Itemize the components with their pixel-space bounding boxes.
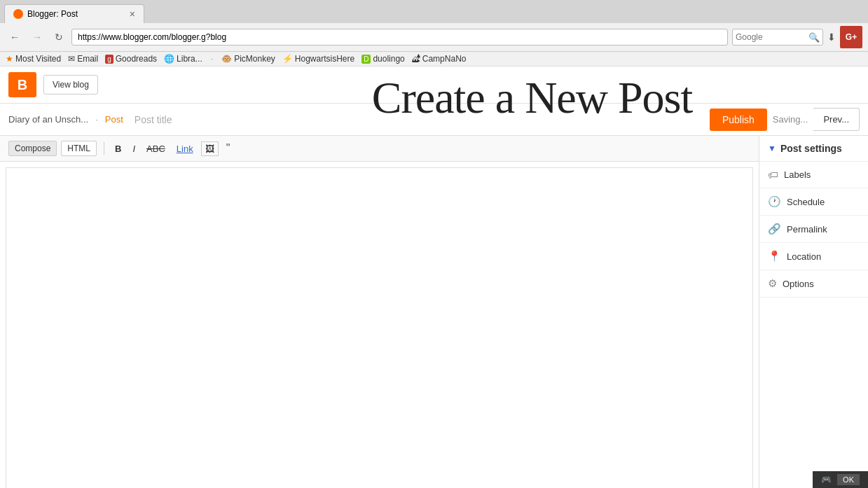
settings-labels-text: Labels (784, 169, 811, 180)
bottom-icon: 🎮 (821, 475, 832, 484)
bookmark-label: Most Visited (15, 54, 61, 64)
search-bar-container: 🔍 (732, 29, 823, 46)
search-input[interactable] (736, 32, 806, 42)
bookmark-label: Email (77, 54, 98, 64)
blogger-logo-button[interactable]: B (8, 72, 36, 97)
compose-button[interactable]: Compose (8, 141, 57, 156)
settings-labels[interactable]: 🏷 Labels (759, 162, 868, 188)
tab-favicon (13, 9, 23, 19)
goodreads-icon: g (105, 55, 113, 64)
forward-button[interactable]: → (28, 30, 46, 44)
blogger-app: Create a New Post B View blog Diary of a… (0, 67, 868, 488)
post-bar: Diary of an Unsch... · Post Publish Savi… (0, 104, 868, 136)
settings-location-text: Location (787, 251, 821, 262)
italic-button[interactable]: I (129, 141, 139, 156)
browser-tab-bar: Blogger: Post × (0, 0, 868, 23)
bookmark-label: CampNaNo (422, 54, 467, 64)
saving-status: Saving... (773, 114, 808, 125)
download-icon[interactable]: ⬇ (827, 32, 836, 43)
back-button[interactable]: ← (6, 30, 24, 44)
bookmarks-bar: ★ Most Visited ✉ Email g Goodreads 🌐 Lib… (0, 52, 868, 67)
settings-options[interactable]: ⚙ Options (759, 270, 868, 298)
settings-schedule-text: Schedule (787, 197, 825, 207)
settings-permalink[interactable]: 🔗 Permalink (759, 216, 868, 243)
settings-header-label: Post settings (780, 143, 842, 154)
bookmark-label: Libra... (177, 54, 202, 64)
bookmark-picmonkey[interactable]: 🐵 PicMonkey (221, 54, 275, 64)
bookmark-label: PicMonkey (234, 54, 275, 64)
bookmark-library[interactable]: 🌐 Libra... (164, 54, 202, 64)
settings-permalink-text: Permalink (787, 224, 827, 235)
bookmark-most-visited[interactable]: ★ Most Visited (6, 54, 61, 64)
blogger-logo-icon: B (18, 77, 27, 93)
email-icon: ✉ (68, 54, 75, 64)
view-blog-button[interactable]: View blog (43, 75, 98, 95)
ok-button[interactable]: OK (837, 474, 860, 485)
label-icon: 🏷 (768, 169, 778, 181)
browser-tab[interactable]: Blogger: Post × (4, 4, 144, 23)
hogwarts-icon: ⚡ (282, 54, 293, 64)
quote-button[interactable]: " (223, 140, 234, 157)
settings-options-text: Options (783, 279, 814, 289)
bookmark-label: HogwartsisHere (295, 54, 354, 64)
bookmark-label: duolingo (373, 54, 404, 64)
refresh-button[interactable]: ↻ (50, 30, 67, 44)
campnano-icon: 🏕 (412, 54, 420, 64)
tab-close-icon[interactable]: × (130, 8, 135, 20)
blogger-header: B View blog (0, 67, 868, 104)
schedule-icon: 🕐 (768, 195, 781, 208)
bookmark-campnano[interactable]: 🏕 CampNaNo (412, 54, 467, 64)
bookmark-separator: · (211, 54, 213, 64)
bookmark-email[interactable]: ✉ Email (68, 54, 98, 64)
post-label: Post (105, 114, 123, 125)
settings-schedule[interactable]: 🕐 Schedule (759, 188, 868, 216)
bookmark-duolingo[interactable]: D duolingo (361, 54, 405, 64)
link-button[interactable]: Link (173, 141, 197, 156)
bottom-bar: 🎮 OK (813, 471, 868, 488)
image-button[interactable]: 🖼 (201, 141, 219, 156)
post-title-input[interactable] (129, 111, 704, 128)
picmonkey-icon: 🐵 (221, 54, 232, 64)
editor-main: Compose HTML B I ABC Link 🖼 " (0, 136, 759, 488)
settings-arrow-icon: ▼ (768, 144, 776, 153)
editor-content[interactable] (6, 167, 753, 488)
strikethrough-button[interactable]: ABC (143, 141, 169, 156)
publish-button[interactable]: Publish (710, 109, 767, 131)
user-avatar: G+ (840, 26, 862, 48)
bookmark-hogwarts[interactable]: ⚡ HogwartsisHere (282, 54, 354, 64)
preview-button[interactable]: Prev... (813, 108, 860, 131)
editor-toolbar: Compose HTML B I ABC Link 🖼 " (0, 136, 759, 162)
location-icon: 📍 (768, 250, 781, 263)
html-button[interactable]: HTML (61, 141, 97, 156)
toolbar-separator (104, 142, 104, 155)
search-icon[interactable]: 🔍 (808, 32, 820, 43)
settings-header: ▼ Post settings (759, 136, 868, 162)
duolingo-icon: D (361, 55, 371, 64)
library-icon: 🌐 (164, 54, 174, 64)
star-icon: ★ (6, 54, 13, 64)
blog-name: Diary of an Unsch... (8, 114, 88, 125)
dot-separator: · (95, 114, 98, 125)
options-icon: ⚙ (768, 277, 777, 290)
browser-nav-bar: ← → ↻ 🔍 ⬇ G+ (0, 23, 868, 52)
bookmark-goodreads[interactable]: g Goodreads (105, 54, 157, 64)
tab-title: Blogger: Post (27, 9, 78, 19)
settings-location[interactable]: 📍 Location (759, 243, 868, 270)
post-settings-panel: ▼ Post settings 🏷 Labels 🕐 Schedule 🔗 Pe… (759, 136, 868, 488)
permalink-icon: 🔗 (768, 223, 781, 235)
url-bar[interactable] (71, 29, 728, 46)
bold-button[interactable]: B (111, 141, 125, 156)
bookmark-label: Goodreads (116, 54, 157, 64)
editor-area: Compose HTML B I ABC Link 🖼 " ▼ Post set (0, 136, 868, 488)
